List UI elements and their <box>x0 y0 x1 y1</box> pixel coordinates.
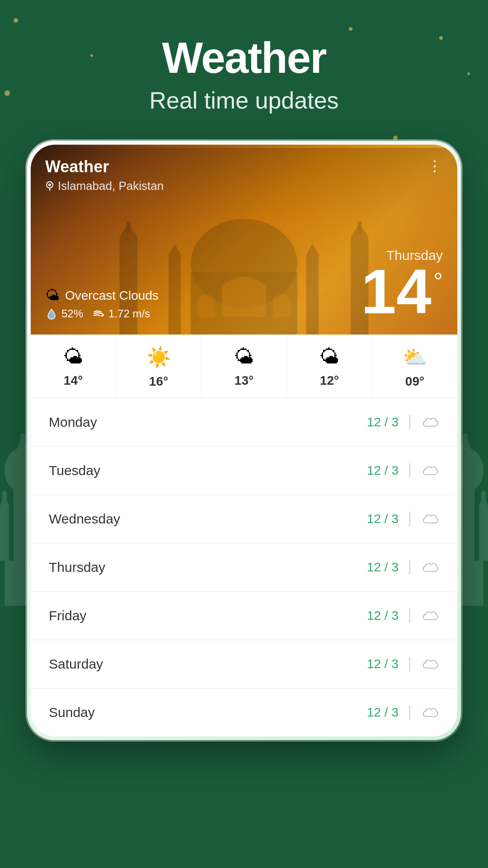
weather-widget-top: Weather Islamabad, Pakistan ⋮ <box>31 145 457 335</box>
hourly-item-1: 🌤 14° <box>31 335 116 398</box>
hourly-icon-1: 🌤 <box>63 345 83 368</box>
humidity-display: 52% <box>45 307 83 320</box>
cloud-icon-monday <box>421 415 439 429</box>
svg-rect-7 <box>20 434 25 448</box>
condition-text: Overcast Clouds <box>65 288 159 303</box>
divider <box>409 560 410 575</box>
page-header: Weather Real time updates <box>0 0 488 141</box>
weather-title-group: Weather Islamabad, Pakistan <box>45 157 164 193</box>
hourly-item-4: 🌤 12° <box>287 335 372 398</box>
location-icon <box>45 181 54 192</box>
weather-main-info: 🌤 Overcast Clouds 52% <box>31 248 457 320</box>
day-name-thursday: Thursday <box>49 560 157 575</box>
weather-right-info: Thursday 14 ° <box>361 248 443 320</box>
temperature-value: 14 <box>361 256 432 327</box>
weather-stats: 52% 1.72 m/s <box>45 307 159 320</box>
hourly-temp-4: 12° <box>320 373 339 388</box>
weather-left-info: 🌤 Overcast Clouds 52% <box>45 287 159 320</box>
more-options-button[interactable]: ⋮ <box>427 157 443 175</box>
hourly-temp-2: 16° <box>149 374 168 389</box>
daily-item-thursday: Thursday 12 / 3 <box>31 543 457 592</box>
weather-condition-group: 🌤 Overcast Clouds <box>45 287 159 304</box>
phone-mockup: Weather Islamabad, Pakistan ⋮ <box>27 141 461 740</box>
day-name-saturday: Saturday <box>49 656 157 672</box>
phone-inner: Weather Islamabad, Pakistan ⋮ <box>31 145 457 736</box>
hourly-icon-5: ⛅ <box>403 345 427 369</box>
svg-rect-16 <box>479 506 488 561</box>
day-name-sunday: Sunday <box>49 705 157 720</box>
daily-item-sunday: Sunday 12 / 3 <box>31 689 457 736</box>
day-temp-tuesday: 12 / 3 <box>157 463 399 478</box>
divider <box>409 415 410 429</box>
cloud-icon-sunday <box>421 705 439 720</box>
day-name-friday: Friday <box>49 608 157 623</box>
hourly-item-3: 🌤 13° <box>202 335 287 398</box>
wind-icon <box>92 307 105 320</box>
daily-item-friday: Friday 12 / 3 <box>31 592 457 640</box>
day-temp-wednesday: 12 / 3 <box>157 512 399 526</box>
divider <box>409 609 410 623</box>
hourly-temp-1: 14° <box>64 373 83 388</box>
svg-rect-9 <box>2 493 7 500</box>
svg-point-10 <box>3 491 6 495</box>
hourly-item-2: ☀️ 16° <box>116 335 202 398</box>
temperature-display: 14 ° <box>361 263 443 320</box>
divider <box>409 512 410 526</box>
humidity-value: 52% <box>61 307 83 320</box>
daily-item-wednesday: Wednesday 12 / 3 <box>31 495 457 543</box>
cloud-icon-tuesday <box>421 463 439 478</box>
svg-marker-19 <box>479 493 488 506</box>
divider <box>409 705 410 720</box>
cloud-icon-saturday <box>421 657 439 671</box>
page-subtitle: Real time updates <box>18 87 470 114</box>
day-name-monday: Monday <box>49 415 157 430</box>
svg-rect-36 <box>357 221 362 235</box>
svg-rect-23 <box>481 493 486 500</box>
weather-widget-header: Weather Islamabad, Pakistan ⋮ <box>31 145 457 193</box>
svg-rect-33 <box>126 221 131 235</box>
hourly-forecast-strip: 🌤 14° ☀️ 16° 🌤 13° 🌤 12° ⛅ 09° <box>31 335 457 398</box>
daily-forecast-list: Monday 12 / 3 Tuesday 12 / 3 Wednesday 1… <box>31 398 457 736</box>
cloud-icon-wednesday <box>421 512 439 526</box>
divider <box>409 657 410 671</box>
humidity-icon <box>45 307 58 320</box>
hourly-icon-2: ☀️ <box>146 345 171 369</box>
day-name-tuesday: Tuesday <box>49 463 157 478</box>
wind-value: 1.72 m/s <box>108 307 150 320</box>
hourly-temp-5: 09° <box>405 374 424 389</box>
day-temp-friday: 12 / 3 <box>157 609 399 623</box>
svg-point-22 <box>463 434 468 437</box>
divider <box>409 463 410 478</box>
hourly-item-5: ⛅ 09° <box>372 335 457 398</box>
day-temp-sunday: 12 / 3 <box>157 705 399 720</box>
svg-rect-2 <box>0 506 9 561</box>
cloud-icon-thursday <box>421 560 439 575</box>
cloud-icon-friday <box>421 609 439 623</box>
daily-item-saturday: Saturday 12 / 3 <box>31 640 457 689</box>
day-name-wednesday: Wednesday <box>49 511 157 527</box>
location-text: Islamabad, Pakistan <box>58 179 164 193</box>
day-temp-thursday: 12 / 3 <box>157 560 399 575</box>
hourly-icon-3: 🌤 <box>234 345 254 368</box>
page-title: Weather <box>18 36 470 80</box>
temperature-degree: ° <box>433 268 443 295</box>
sun-icon: 🌤 <box>45 287 60 304</box>
hourly-icon-4: 🌤 <box>319 345 339 368</box>
weather-app-title: Weather <box>45 157 164 176</box>
svg-rect-21 <box>463 434 468 448</box>
svg-point-24 <box>482 491 485 495</box>
day-temp-saturday: 12 / 3 <box>157 657 399 671</box>
wind-display: 1.72 m/s <box>92 307 150 320</box>
daily-item-monday: Monday 12 / 3 <box>31 398 457 447</box>
weather-location-group: Islamabad, Pakistan <box>45 179 164 193</box>
svg-marker-5 <box>0 493 9 506</box>
svg-point-42 <box>48 184 51 186</box>
svg-point-8 <box>20 434 25 437</box>
day-temp-monday: 12 / 3 <box>157 415 399 429</box>
daily-item-tuesday: Tuesday 12 / 3 <box>31 447 457 495</box>
hourly-temp-3: 13° <box>235 373 253 388</box>
